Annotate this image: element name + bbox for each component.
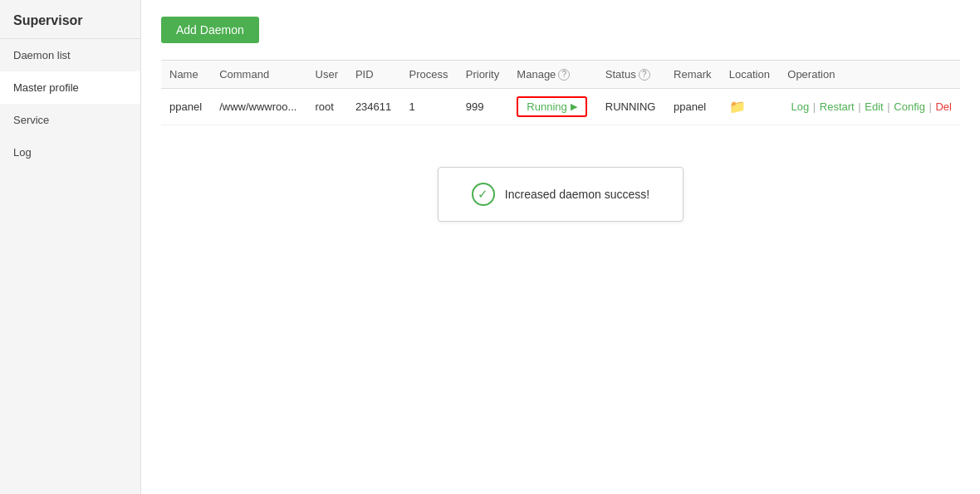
- col-name: Name: [161, 61, 211, 89]
- row-command: /www/wwwroo...: [211, 89, 306, 125]
- running-label: Running: [527, 100, 566, 113]
- manage-help-icon[interactable]: ?: [558, 69, 570, 81]
- status-help-icon[interactable]: ?: [639, 69, 650, 81]
- sidebar-item-service[interactable]: Service: [0, 104, 140, 136]
- row-priority: 999: [458, 89, 509, 125]
- running-button[interactable]: Running ▶: [517, 96, 586, 117]
- toast-container: ✓ Increased daemon success!: [161, 167, 960, 222]
- row-user: root: [307, 89, 347, 125]
- col-remark: Remark: [665, 61, 721, 89]
- row-manage: Running ▶: [508, 89, 596, 125]
- op-edit-link[interactable]: Edit: [865, 100, 883, 113]
- col-process: Process: [401, 61, 458, 89]
- table-row: ppanel /www/wwwroo... root 234611 1 999 …: [161, 89, 960, 125]
- row-operations: Log | Restart | Edit | Config | Del: [779, 89, 960, 125]
- op-restart-link[interactable]: Restart: [820, 100, 855, 113]
- add-daemon-button[interactable]: Add Daemon: [161, 17, 259, 43]
- sidebar-item-daemon-list[interactable]: Daemon list: [0, 39, 140, 71]
- col-operation: Operation: [779, 61, 960, 89]
- success-toast: ✓ Increased daemon success!: [438, 167, 684, 222]
- sidebar-item-master-profile[interactable]: Master profile: [0, 71, 140, 104]
- col-location: Location: [721, 61, 779, 89]
- toast-check-icon: ✓: [472, 183, 495, 206]
- main-content: Add Daemon Name Command User PID Process…: [141, 0, 980, 494]
- sidebar-item-log[interactable]: Log: [0, 136, 140, 169]
- col-manage: Manage ?: [508, 61, 596, 89]
- col-priority: Priority: [458, 61, 509, 89]
- running-arrow-icon: ▶: [571, 101, 577, 112]
- row-process: 1: [401, 89, 458, 125]
- folder-icon[interactable]: 📁: [729, 100, 746, 114]
- app-title: Supervisor: [0, 0, 140, 39]
- row-name: ppanel: [161, 89, 211, 125]
- col-pid: PID: [347, 61, 401, 89]
- row-status: RUNNING: [597, 89, 665, 125]
- row-remark: ppanel: [665, 89, 721, 125]
- col-status: Status ?: [597, 61, 665, 89]
- daemon-table: Name Command User PID Process Priority M…: [161, 60, 960, 125]
- col-command: Command: [211, 61, 306, 89]
- op-del-link[interactable]: Del: [935, 100, 952, 113]
- col-user: User: [307, 61, 347, 89]
- op-log-link[interactable]: Log: [791, 100, 809, 113]
- sidebar: Supervisor Daemon list Master profile Se…: [0, 0, 141, 494]
- row-pid: 234611: [347, 89, 401, 125]
- op-config-link[interactable]: Config: [894, 100, 925, 113]
- row-location: 📁: [721, 89, 779, 125]
- toast-message: Increased daemon success!: [505, 188, 649, 201]
